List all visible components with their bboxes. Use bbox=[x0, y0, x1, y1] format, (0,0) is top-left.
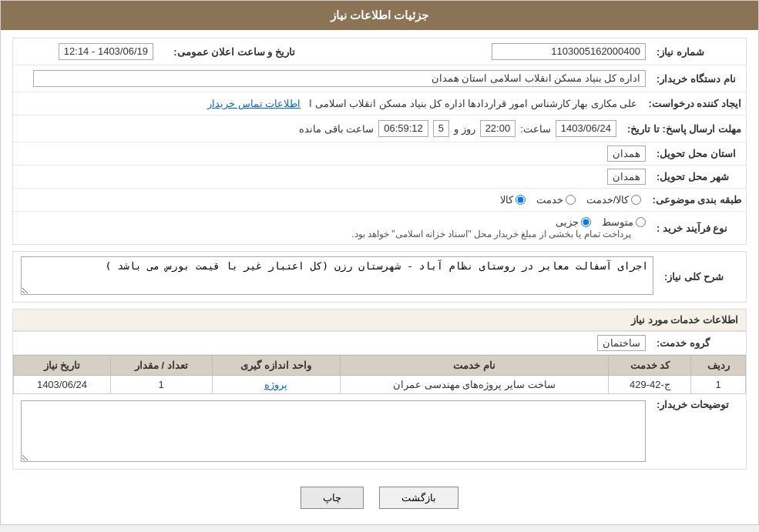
cat-kala-khadamat-label: کالا/خدمت bbox=[586, 194, 630, 206]
cat-kala-khadamat-item: کالا/خدمت bbox=[586, 194, 642, 206]
row-city: شهر محل تحویل: همدان bbox=[13, 166, 746, 189]
deadline-time: 22:00 bbox=[480, 120, 516, 137]
remaining-label: ساعت باقی مانده bbox=[299, 123, 374, 135]
sharh-label: شرح کلی نیاز: bbox=[657, 271, 741, 283]
cat-khadamat-radio[interactable] bbox=[566, 195, 576, 205]
buyer-org-label: نام دستگاه خریدار: bbox=[649, 73, 741, 85]
cat-kala-item: کالا bbox=[500, 194, 526, 206]
cat-khadamat-item: خدمت bbox=[536, 194, 576, 206]
th-unit: واحد اندازه گیری bbox=[212, 356, 340, 376]
row-group: گروه خدمت: ساختمان bbox=[13, 332, 746, 355]
services-section: گروه خدمت: ساختمان ردیف کد خدمت نام خدمت… bbox=[12, 331, 747, 470]
category-label: طبقه بندی موضوعی: bbox=[644, 194, 741, 206]
deadline-date: 1403/06/24 bbox=[556, 120, 616, 137]
th-date: تاریخ نیاز bbox=[14, 356, 111, 376]
sharh-section: شرح کلی نیاز: bbox=[12, 251, 747, 303]
remaining-time: 06:59:12 bbox=[378, 120, 428, 137]
purchase-type-label: نوع فرآیند خرید : bbox=[649, 223, 741, 234]
announce-date-value: 1403/06/19 - 12:14 bbox=[59, 43, 153, 60]
row-requester: ایجاد کننده درخواست: علی مکاری بهار کارش… bbox=[13, 92, 746, 115]
purchase-note: پرداخت تمام یا بخشی از مبلغ خریدار محل "… bbox=[345, 226, 637, 243]
td-code-0: ج-42-429 bbox=[609, 376, 691, 394]
main-info-section: شماره نیاز: 1103005162000400 تاریخ و ساع… bbox=[12, 38, 747, 245]
row-neaz-number: شماره نیاز: 1103005162000400 تاریخ و ساع… bbox=[13, 38, 746, 65]
contact-link[interactable]: اطلاعات تماس خریدار bbox=[207, 98, 301, 109]
neaz-number-label: شماره نیاز: bbox=[649, 46, 741, 58]
row-purchase-type: نوع فرآیند خرید : متوسط جزیی پرداخت bbox=[13, 212, 746, 244]
deadline-days-label: روز و bbox=[454, 123, 475, 135]
td-qty-0: 1 bbox=[110, 376, 212, 394]
requester-label: ایجاد کننده درخواست: bbox=[640, 98, 741, 109]
row-desc: توضیحات خریدار: bbox=[13, 394, 746, 469]
sharh-input[interactable] bbox=[21, 256, 653, 295]
content-area: شماره نیاز: 1103005162000400 تاریخ و ساع… bbox=[1, 30, 758, 524]
services-section-title: اطلاعات خدمات مورد نیاز bbox=[12, 309, 747, 331]
cat-kala-khadamat-radio[interactable] bbox=[631, 195, 641, 205]
row-category: طبقه بندی موضوعی: کالا/خدمت خدمت bbox=[13, 189, 746, 212]
province-value: همدان bbox=[607, 146, 646, 162]
th-name: نام خدمت bbox=[340, 356, 609, 376]
table-row: 1 ج-42-429 ساخت سایر پروژه‌های مهندسی عم… bbox=[14, 376, 746, 394]
td-name-0: ساخت سایر پروژه‌های مهندسی عمران bbox=[340, 376, 609, 394]
deadline-label: مهلت ارسال پاسخ: تا تاریخ: bbox=[620, 123, 741, 135]
td-row-0: 1 bbox=[691, 376, 746, 394]
group-value: ساختمان bbox=[597, 335, 646, 351]
page-title: جزئیات اطلاعات نیاز bbox=[1, 1, 758, 30]
city-value: همدان bbox=[607, 169, 646, 185]
desc-input[interactable] bbox=[21, 400, 646, 462]
td-unit-0: پروژه bbox=[212, 376, 340, 394]
desc-label: توضیحات خریدار: bbox=[649, 399, 741, 410]
deadline-date-row: 1403/06/24 ساعت: 22:00 روز و 5 06:59:12 … bbox=[21, 120, 616, 137]
cat-kala-radio[interactable] bbox=[516, 195, 526, 205]
cat-kala-label: کالا bbox=[500, 194, 513, 206]
cat-khadamat-label: خدمت bbox=[536, 194, 563, 206]
page-wrapper: جزئیات اطلاعات نیاز شماره نیاز: 11030051… bbox=[0, 0, 759, 525]
row-buyer-org: نام دستگاه خریدار: اداره کل بنیاد مسکن ا… bbox=[13, 65, 746, 92]
neaz-number-value: 1103005162000400 bbox=[492, 43, 646, 60]
th-row: ردیف bbox=[691, 356, 746, 376]
city-label: شهر محل تحویل: bbox=[649, 171, 741, 182]
buyer-org-value: اداره کل بنیاد مسکن انقلاب اسلامی استان … bbox=[33, 70, 646, 87]
requester-value: علی مکاری بهار کارشناس امور قراردادها اد… bbox=[309, 98, 637, 109]
back-button[interactable]: بازگشت bbox=[379, 487, 458, 509]
row-deadline: مهلت ارسال پاسخ: تا تاریخ: 1403/06/24 سا… bbox=[13, 115, 746, 142]
province-label: استان محل تحویل: bbox=[649, 148, 741, 159]
row-province: استان محل تحویل: همدان bbox=[13, 142, 746, 166]
deadline-time-label: ساعت: bbox=[520, 123, 551, 135]
row-sharh: شرح کلی نیاز: bbox=[13, 252, 746, 302]
th-code: کد خدمت bbox=[609, 356, 691, 376]
th-qty: تعداد / مقدار bbox=[110, 356, 212, 376]
deadline-days: 5 bbox=[433, 120, 449, 137]
buttons-row: بازگشت چاپ bbox=[12, 476, 747, 517]
category-radio-group: کالا/خدمت خدمت کالا bbox=[21, 194, 641, 206]
group-label: گروه خدمت: bbox=[649, 337, 741, 349]
td-date-0: 1403/06/24 bbox=[14, 376, 111, 394]
service-table: ردیف کد خدمت نام خدمت واحد اندازه گیری ت… bbox=[13, 355, 746, 394]
announce-date-label: تاریخ و ساعت اعلان عمومی: bbox=[156, 46, 295, 58]
print-button[interactable]: چاپ bbox=[301, 487, 364, 509]
